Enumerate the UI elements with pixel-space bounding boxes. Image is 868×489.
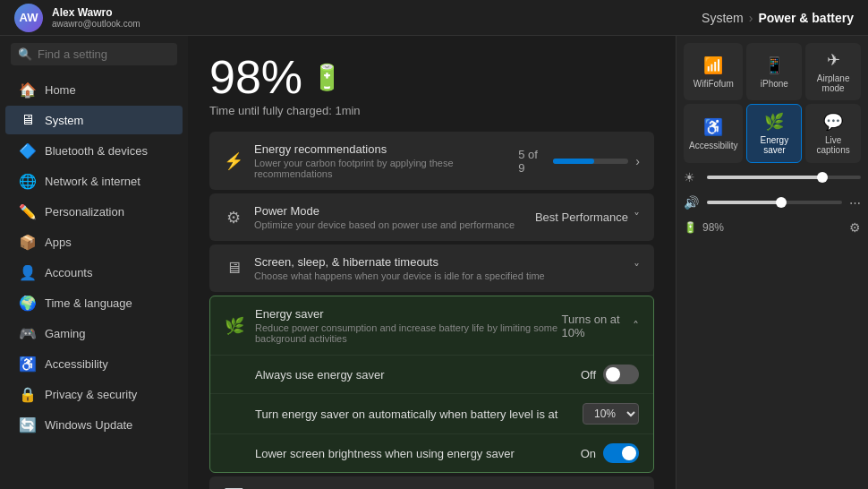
setting-left: ⚡ Energy recommendations Lower your carb… (224, 142, 518, 179)
battery-icon: 🔋 (311, 63, 343, 92)
battery-percent-value: 98% (209, 50, 302, 104)
turn-energy-right: 10% 20% 30% (583, 403, 639, 425)
sidebar-item-windows-update[interactable]: 🔄 Windows Update (5, 410, 183, 439)
power-mode-icon: ⚙ (224, 208, 243, 227)
search-box[interactable]: 🔍 (11, 43, 177, 65)
power-mode-title: Power Mode (254, 204, 515, 218)
search-icon: 🔍 (18, 47, 32, 61)
user-info: Alex Wawro awawro@outlook.com (52, 6, 140, 29)
battery-bottom-row: 🔋 98% ⚙ (684, 217, 861, 238)
brightness-fill (707, 176, 822, 179)
energy-saver-level-select[interactable]: 10% 20% 30% (583, 403, 639, 425)
lower-brightness-label: Lower screen brightness when using energ… (255, 447, 515, 460)
sidebar-item-accessibility[interactable]: ♿ Accessibility (5, 349, 183, 378)
sidebar-item-label: Time & language (45, 296, 132, 310)
sidebar-item-network[interactable]: 🌐 Network & internet (5, 167, 183, 195)
brightness-slider-row: ☀ (684, 167, 861, 188)
energy-saver-right: Turns on at 10% ˄ (561, 313, 639, 339)
volume-extra-icon: ⋯ (849, 196, 861, 210)
power-mode-sub: Optimize your device based on power use … (254, 219, 515, 230)
breadcrumb-current: Power & battery (758, 11, 854, 25)
volume-track (707, 201, 842, 204)
brightness-thumb[interactable] (817, 172, 828, 183)
screen-sleep-title: Screen, sleep, & hibernate timeouts (254, 255, 545, 269)
energy-saver-header[interactable]: 🌿 Energy saver Reduce power consumption … (210, 296, 653, 355)
power-mode-text: Power Mode Optimize your device based on… (254, 204, 515, 230)
quick-action-airplane-label: Airplane mode (811, 73, 855, 93)
energy-recommendations-row[interactable]: ⚡ Energy recommendations Lower your carb… (209, 132, 654, 190)
windows-update-icon: 🔄 (20, 416, 36, 433)
sidebar-item-system[interactable]: 🖥 System (5, 106, 183, 134)
system-icon: 🖥 (20, 112, 36, 128)
battery-bottom-left: 🔋 98% (684, 221, 724, 234)
personalization-icon: ✏️ (20, 203, 36, 219)
screen-sleep-row[interactable]: 🖥 Screen, sleep, & hibernate timeouts Ch… (209, 244, 654, 292)
screen-sleep-text: Screen, sleep, & hibernate timeouts Choo… (254, 255, 545, 281)
wifi-icon: 📶 (703, 56, 723, 75)
quick-action-accessibility-label: Accessibility (689, 141, 737, 150)
accessibility-icon: ♿ (703, 117, 723, 137)
quick-action-captions-label: Live captions (811, 135, 855, 155)
time-icon: 🌍 (20, 295, 36, 311)
sidebar-item-apps[interactable]: 📦 Apps (5, 227, 183, 256)
battery-time: Time until fully charged: 1min (209, 104, 654, 117)
search-input[interactable] (38, 47, 170, 61)
screen-sleep-sub: Choose what happens when your device is … (254, 270, 545, 281)
sidebar-item-accounts[interactable]: 👤 Accounts (5, 258, 183, 287)
sidebar-item-gaming[interactable]: 🎮 Gaming (5, 319, 183, 347)
always-use-toggle-label: Off (581, 368, 596, 382)
sidebar-item-privacy[interactable]: 🔒 Privacy & security (5, 380, 183, 408)
toggle-knob (606, 367, 620, 382)
lower-brightness-toggle-label: On (581, 447, 596, 460)
power-mode-row[interactable]: ⚙ Power Mode Optimize your device based … (209, 193, 654, 241)
energy-rec-count: 5 of 9 (518, 148, 546, 175)
battery-bottom-icon: 🔋 (684, 221, 697, 234)
sidebar-item-home[interactable]: 🏠 Home (5, 75, 183, 104)
bluetooth-icon: 🔷 (20, 142, 36, 159)
settings-gear-icon[interactable]: ⚙ (849, 220, 861, 235)
quick-action-energy-saver[interactable]: 🌿 Energy saver (746, 104, 802, 163)
user-email: awawro@outlook.com (52, 19, 140, 29)
sidebar-item-time[interactable]: 🌍 Time & language (5, 288, 183, 317)
user-name: Alex Wawro (52, 6, 140, 19)
energy-saver-sub: Reduce power consumption and increase ba… (255, 322, 561, 344)
sidebar-item-bluetooth[interactable]: 🔷 Bluetooth & devices (5, 136, 183, 165)
volume-slider-row: 🔊 ⋯ (684, 192, 861, 213)
network-icon: 🌐 (20, 173, 36, 189)
battery-display: 98% 🔋 (209, 50, 654, 104)
main-content: 98% 🔋 Time until fully charged: 1min ⚡ E… (188, 36, 676, 489)
chevron-up-icon: ˄ (633, 319, 639, 333)
screen-sleep-icon: 🖥 (224, 259, 243, 278)
lower-brightness-toggle[interactable] (603, 443, 639, 463)
energy-saver-icon: 🌿 (225, 316, 244, 336)
energy-rec-icon: ⚡ (224, 151, 243, 171)
energy-saver-qs-icon: 🌿 (764, 112, 784, 132)
privacy-icon: 🔒 (20, 386, 36, 402)
quick-action-live-captions[interactable]: 💬 Live captions (805, 104, 861, 163)
breadcrumb-parent[interactable]: System (702, 11, 744, 25)
live-captions-icon: 💬 (823, 112, 843, 132)
quick-action-wifi[interactable]: 📶 WifiFofum (684, 43, 743, 100)
sidebar-item-personalization[interactable]: ✏️ Personalization (5, 197, 183, 226)
quick-action-accessibility[interactable]: ♿ Accessibility (684, 104, 743, 163)
quick-action-iphone[interactable]: 📱 iPhone (746, 43, 802, 100)
energy-saver-title: Energy saver (255, 307, 561, 321)
quick-action-wifi-label: WifiFofum (694, 79, 734, 89)
battery-usage-row[interactable]: 📊 Battery usage ˅ (209, 476, 654, 489)
sidebar-item-label: Bluetooth & devices (45, 144, 148, 158)
always-use-toggle[interactable] (603, 365, 639, 384)
energy-rec-title: Energy recommendations (254, 142, 518, 156)
turn-energy-saver-label: Turn energy saver on automatically when … (255, 408, 557, 421)
screen-sleep-right: ˅ (634, 262, 640, 276)
always-use-energy-row: Always use energy saver Off (210, 355, 653, 393)
toggle-knob (622, 446, 636, 460)
accounts-icon: 👤 (20, 264, 36, 280)
quick-action-energy-label: Energy saver (753, 135, 796, 155)
volume-thumb[interactable] (776, 197, 787, 208)
energy-rec-sub: Lower your carbon footprint by applying … (254, 158, 518, 179)
lower-brightness-right: On (581, 443, 639, 463)
quick-action-airplane[interactable]: ✈ Airplane mode (805, 43, 861, 100)
quick-actions-grid: 📶 WifiFofum 📱 iPhone ✈ Airplane mode ♿ A… (684, 43, 861, 163)
topbar: AW Alex Wawro awawro@outlook.com System … (0, 0, 868, 36)
gaming-icon: 🎮 (20, 325, 36, 341)
